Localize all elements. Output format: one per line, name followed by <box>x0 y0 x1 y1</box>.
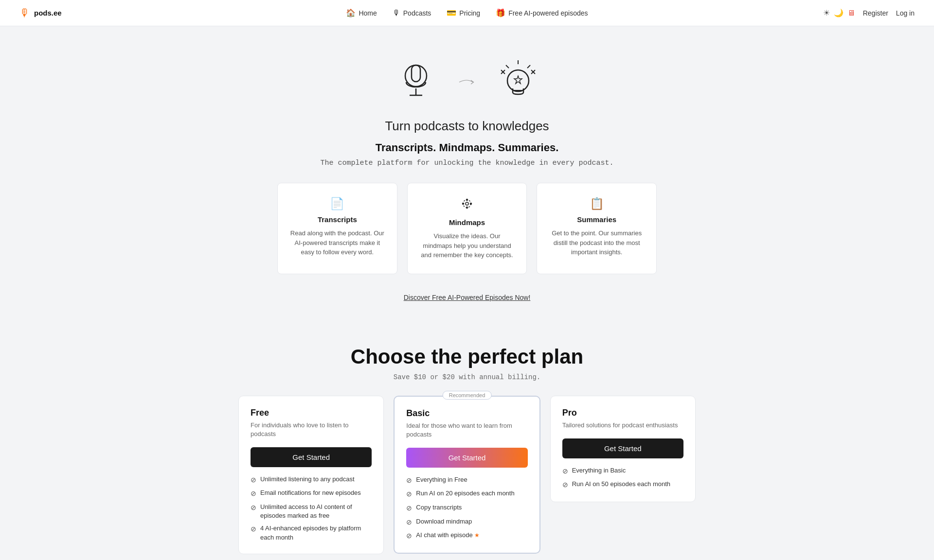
home-icon: 🏠 <box>346 8 356 18</box>
microphone-icon: 🎙 <box>393 9 400 18</box>
check-icon: ⊘ <box>406 490 412 499</box>
credit-card-icon: 💳 <box>447 8 456 18</box>
check-icon: ⊘ <box>251 475 256 485</box>
feature-item: ⊘ Everything in Basic <box>562 466 683 476</box>
register-button[interactable]: Register <box>863 9 888 17</box>
gift-icon: 🎁 <box>496 8 505 18</box>
theme-icons: ☀ 🌙 🖥 <box>823 8 855 18</box>
mindmaps-desc: Visualize the ideas. Our mindmaps help y… <box>419 231 515 260</box>
feature-text: Everything in Basic <box>572 466 626 475</box>
feature-card-summaries: 📋 Summaries Get to the point. Our summar… <box>537 183 657 274</box>
discover-link[interactable]: Discover Free AI-Powered Episodes Now! <box>404 294 531 301</box>
feature-text: Download mindmap <box>416 517 472 526</box>
recommended-badge: Recommended <box>443 391 492 400</box>
navbar: 🎙 pods.ee 🏠 Home 🎙 Podcasts 💳 Pricing 🎁 … <box>0 0 934 26</box>
feature-item: ⊘ Run AI on 20 episodes each month <box>406 489 527 499</box>
nav-home[interactable]: 🏠 Home <box>346 8 377 18</box>
mindmaps-icon <box>419 197 515 213</box>
plan-features-pro: ⊘ Everything in Basic ⊘ Run AI on 50 epi… <box>562 466 683 490</box>
feature-text: 4 AI-enhanced episodes by platform each … <box>260 524 372 542</box>
login-button[interactable]: Log in <box>896 9 915 17</box>
plan-name-pro: Pro <box>562 408 683 418</box>
check-icon: ⊘ <box>251 489 256 499</box>
podcast-icon-svg <box>389 55 443 109</box>
arrow-svg <box>457 75 477 89</box>
pricing-cards: Free For individuals who love to listen … <box>238 396 696 554</box>
navbar-center: 🏠 Home 🎙 Podcasts 💳 Pricing 🎁 Free AI-po… <box>346 8 588 18</box>
mindmaps-title: Mindmaps <box>419 218 515 227</box>
brand-name: pods.ee <box>34 9 62 17</box>
monitor-icon[interactable]: 🖥 <box>847 9 855 18</box>
hero-title: Turn podcasts to knowledges <box>385 119 549 134</box>
nav-home-label: Home <box>359 9 377 17</box>
feature-item: ⊘ Unlimited listening to any podcast <box>251 475 372 485</box>
nav-podcasts[interactable]: 🎙 Podcasts <box>393 9 431 18</box>
svg-point-15 <box>463 200 471 208</box>
get-started-free-button[interactable]: Get Started <box>251 447 372 467</box>
nav-free-episodes[interactable]: 🎁 Free AI-powered episodes <box>496 8 588 18</box>
feature-text: Run AI on 20 episodes each month <box>416 489 514 498</box>
lightbulb-icon-svg <box>491 55 545 109</box>
feature-text: Everything in Free <box>416 475 467 484</box>
pricing-title: Choose the perfect plan <box>351 345 583 368</box>
feature-text: Run AI on 50 episodes each month <box>572 480 670 489</box>
feature-card-mindmaps: Mindmaps Visualize the ideas. Our mindma… <box>407 183 527 274</box>
svg-marker-13 <box>514 76 522 84</box>
feature-item: ⊘ 4 AI-enhanced episodes by platform eac… <box>251 524 372 542</box>
get-started-pro-button[interactable]: Get Started <box>562 438 683 458</box>
nav-podcasts-label: Podcasts <box>403 9 431 17</box>
svg-line-10 <box>527 65 530 68</box>
feature-item: ⊘ Run AI on 50 episodes each month <box>562 480 683 490</box>
feature-text: Unlimited listening to any podcast <box>260 475 355 484</box>
hero-illustration <box>389 55 545 109</box>
star-icon: ★ <box>474 532 480 539</box>
navbar-brand-area: 🎙 pods.ee <box>19 7 62 19</box>
hero-subtitle: Transcripts. Mindmaps. Summaries. <box>376 141 559 154</box>
feature-item: ⊘ Everything in Free <box>406 475 527 486</box>
summaries-desc: Get to the point. Our summaries distill … <box>549 228 645 257</box>
nav-free-label: Free AI-powered episodes <box>508 9 588 17</box>
feature-item: ⊘ Copy transcripts <box>406 503 527 513</box>
get-started-basic-button[interactable]: Get Started <box>406 448 527 468</box>
transcripts-desc: Read along with the podcast. Our AI-powe… <box>289 228 385 257</box>
svg-point-11 <box>507 70 529 91</box>
hero-section: Turn podcasts to knowledges Transcripts.… <box>0 26 934 345</box>
transcripts-title: Transcripts <box>289 215 385 224</box>
pricing-subtitle: Save $10 or $20 with annual billing. <box>394 373 540 381</box>
feature-text: Unlimited access to AI content of episod… <box>260 503 372 520</box>
plan-desc-free: For individuals who love to listen to po… <box>251 421 372 438</box>
feature-text: Copy transcripts <box>416 503 462 512</box>
feature-item: ⊘ AI chat with episode ★ <box>406 531 527 541</box>
sun-icon[interactable]: ☀ <box>823 8 830 18</box>
check-icon: ⊘ <box>251 525 256 534</box>
summaries-title: Summaries <box>549 215 645 224</box>
plan-desc-basic: Ideal for those who want to learn from p… <box>406 421 527 439</box>
nav-pricing[interactable]: 💳 Pricing <box>447 8 480 18</box>
feature-text: Email notifications for new episodes <box>260 489 361 497</box>
check-icon: ⊘ <box>406 476 412 486</box>
transcripts-icon: 📄 <box>289 197 385 210</box>
plan-name-free: Free <box>251 408 372 418</box>
pricing-section: Choose the perfect plan Save $10 or $20 … <box>0 345 934 560</box>
svg-point-14 <box>466 202 468 205</box>
plan-features-basic: ⊘ Everything in Free ⊘ Run AI on 20 epis… <box>406 475 527 541</box>
check-icon: ⊘ <box>251 503 256 513</box>
svg-line-9 <box>506 65 509 68</box>
feature-item: ⊘ Email notifications for new episodes <box>251 489 372 499</box>
moon-icon[interactable]: 🌙 <box>834 8 844 18</box>
plan-name-basic: Basic <box>406 408 527 419</box>
feature-item: ⊘ Download mindmap <box>406 517 527 527</box>
check-icon: ⊘ <box>562 467 568 476</box>
svg-point-0 <box>405 65 427 87</box>
svg-rect-1 <box>412 65 420 82</box>
plan-features-free: ⊘ Unlimited listening to any podcast ⊘ E… <box>251 475 372 542</box>
check-icon: ⊘ <box>562 480 568 490</box>
check-icon: ⊘ <box>406 531 412 541</box>
check-icon: ⊘ <box>406 504 412 513</box>
navbar-right: ☀ 🌙 🖥 Register Log in <box>823 8 915 18</box>
plan-desc-pro: Tailored solutions for podcast enthusias… <box>562 421 683 430</box>
nav-pricing-label: Pricing <box>459 9 480 17</box>
summaries-icon: 📋 <box>549 197 645 210</box>
check-icon: ⊘ <box>406 518 412 527</box>
feature-card-transcripts: 📄 Transcripts Read along with the podcas… <box>277 183 397 274</box>
